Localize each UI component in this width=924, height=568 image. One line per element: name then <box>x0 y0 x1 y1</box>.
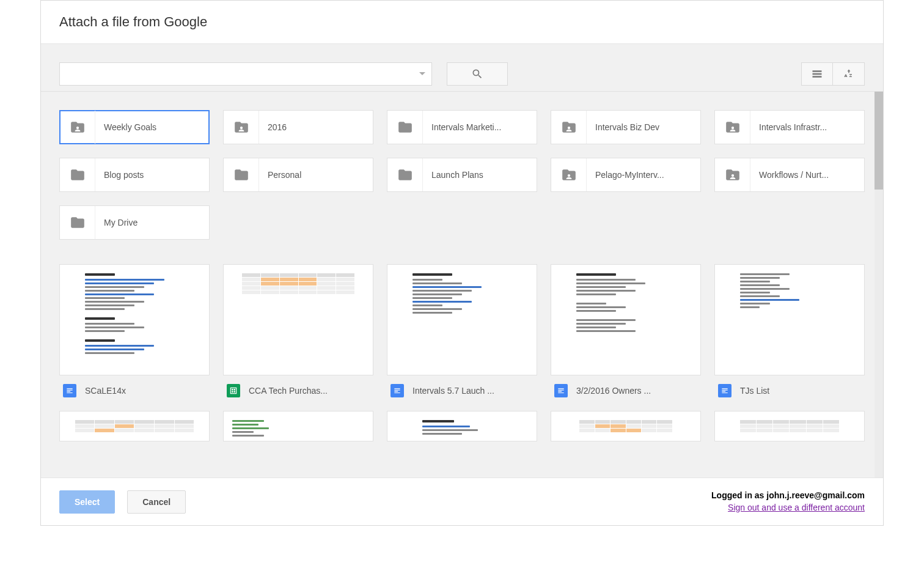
svg-point-5 <box>731 174 733 177</box>
file-name: Intervals 5.7 Lauch ... <box>413 386 494 396</box>
folder-label: Blog posts <box>95 170 209 180</box>
folder-label: Intervals Biz Dev <box>587 122 700 132</box>
list-view-button[interactable] <box>801 62 833 86</box>
content-area[interactable]: Weekly Goals2016Intervals Marketi...Inte… <box>41 92 883 478</box>
file-item[interactable]: CCA Tech Purchas... <box>223 264 373 397</box>
toolbar <box>41 44 883 92</box>
folder-item[interactable]: Intervals Marketi... <box>387 110 537 144</box>
file-meta: 3/2/2016 Owners ... <box>551 375 701 397</box>
folder-label: Intervals Infrastr... <box>750 122 864 132</box>
folder-item[interactable]: 2016 <box>223 110 373 144</box>
file-name: 3/2/2016 Owners ... <box>576 386 651 396</box>
file-grid: SCaLE14xCCA Tech Purchas...Intervals 5.7… <box>59 264 873 397</box>
shared-folder-icon <box>551 158 587 191</box>
logged-in-label: Logged in as john.j.reeve@gmail.com <box>711 490 865 502</box>
file-picker-dialog: Attach a file from Google Weekly Goals20… <box>40 0 884 526</box>
shared-folder-icon <box>224 111 259 144</box>
search-button[interactable] <box>447 62 508 86</box>
shared-folder-icon <box>551 111 587 144</box>
folder-label: Launch Plans <box>423 170 537 180</box>
docs-icon <box>391 384 404 397</box>
file-thumbnail <box>223 264 373 375</box>
dialog-header: Attach a file from Google <box>41 1 883 44</box>
file-item[interactable]: SCaLE14x <box>59 264 210 397</box>
folder-icon <box>60 158 95 191</box>
svg-point-3 <box>731 127 733 129</box>
file-item[interactable] <box>714 411 865 441</box>
file-meta: TJs List <box>714 375 865 397</box>
file-thumbnail <box>714 264 865 375</box>
folder-item[interactable]: Launch Plans <box>387 158 537 192</box>
sign-out-link[interactable]: Sign out and use a different account <box>728 503 865 512</box>
file-item[interactable]: Intervals 5.7 Lauch ... <box>387 264 537 397</box>
shared-folder-icon <box>715 158 750 191</box>
cancel-button[interactable]: Cancel <box>127 490 186 514</box>
file-item[interactable]: 3/2/2016 Owners ... <box>551 264 701 397</box>
file-meta: SCaLE14x <box>59 375 210 397</box>
file-name: CCA Tech Purchas... <box>249 386 328 396</box>
file-item[interactable] <box>59 411 210 441</box>
sort-az-button[interactable] <box>833 62 865 86</box>
select-button[interactable]: Select <box>59 490 115 514</box>
folder-icon <box>387 158 423 191</box>
dropdown-caret-icon[interactable] <box>419 72 425 75</box>
sort-az-icon <box>843 68 855 80</box>
file-grid-overflow <box>59 411 873 441</box>
folder-icon <box>60 206 95 239</box>
svg-point-1 <box>240 127 242 129</box>
file-thumbnail <box>551 264 701 375</box>
folder-icon <box>387 111 423 144</box>
folder-item[interactable]: Intervals Biz Dev <box>551 110 701 144</box>
search-box[interactable] <box>59 62 432 86</box>
sheets-icon <box>227 384 240 397</box>
docs-icon <box>554 384 568 397</box>
folder-item[interactable]: Weekly Goals <box>59 110 210 144</box>
folder-grid: Weekly Goals2016Intervals Marketi...Inte… <box>59 110 873 240</box>
dialog-footer: Select Cancel Logged in as john.j.reeve@… <box>41 478 883 525</box>
folder-label: My Drive <box>95 218 209 227</box>
file-item[interactable] <box>387 411 537 441</box>
file-thumbnail <box>59 264 210 375</box>
folder-item[interactable]: Blog posts <box>59 158 210 192</box>
shared-folder-icon <box>715 111 750 144</box>
folder-item[interactable]: Intervals Infrastr... <box>714 110 865 144</box>
file-item[interactable] <box>551 411 701 441</box>
svg-point-4 <box>567 174 570 177</box>
search-input[interactable] <box>66 63 419 85</box>
dialog-title: Attach a file from Google <box>59 14 865 30</box>
folder-item[interactable]: Pelago-MyInterv... <box>551 158 701 192</box>
folder-item[interactable]: Workflows / Nurt... <box>714 158 865 192</box>
docs-icon <box>63 384 76 397</box>
folder-label: Personal <box>259 170 373 180</box>
file-meta: Intervals 5.7 Lauch ... <box>387 375 537 397</box>
account-info: Logged in as john.j.reeve@gmail.com Sign… <box>711 490 865 514</box>
folder-label: Workflows / Nurt... <box>750 170 864 180</box>
file-thumbnail <box>387 264 537 375</box>
file-name: SCaLE14x <box>85 386 126 396</box>
folder-label: Intervals Marketi... <box>423 122 537 132</box>
scrollbar-thumb[interactable] <box>875 92 883 190</box>
shared-folder-icon <box>60 111 95 144</box>
file-item[interactable] <box>223 411 373 441</box>
scrollbar-track[interactable] <box>875 92 883 478</box>
folder-label: Weekly Goals <box>95 122 209 132</box>
svg-point-0 <box>76 127 78 129</box>
folder-label: 2016 <box>259 122 373 132</box>
list-icon <box>811 68 823 80</box>
folder-item[interactable]: My Drive <box>59 205 210 240</box>
docs-icon <box>718 384 732 397</box>
folder-icon <box>224 158 259 191</box>
file-name: TJs List <box>740 386 769 396</box>
folder-item[interactable]: Personal <box>223 158 373 192</box>
file-meta: CCA Tech Purchas... <box>223 375 373 397</box>
view-toggle <box>801 62 865 86</box>
svg-point-2 <box>567 127 570 129</box>
folder-label: Pelago-MyInterv... <box>587 170 700 180</box>
file-item[interactable]: TJs List <box>714 264 865 397</box>
search-icon <box>471 68 483 80</box>
